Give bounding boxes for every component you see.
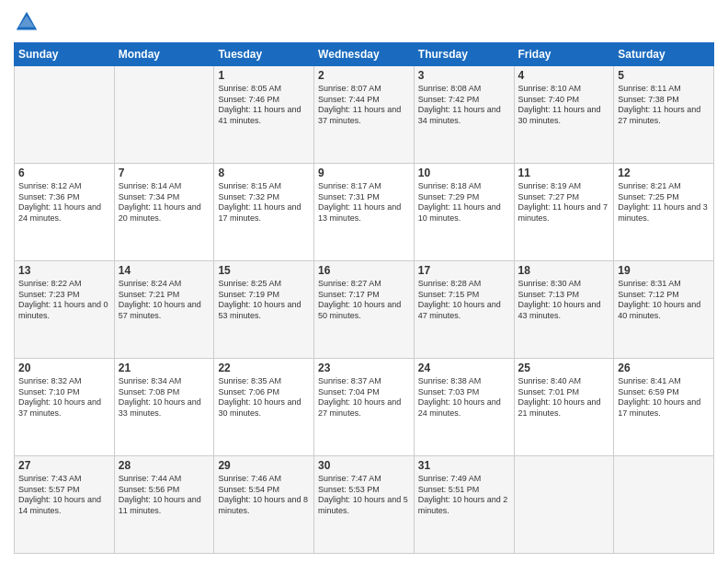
cell-info: Sunrise: 8:08 AM Sunset: 7:42 PM Dayligh… bbox=[418, 84, 510, 127]
calendar-cell: 14Sunrise: 8:24 AM Sunset: 7:21 PM Dayli… bbox=[114, 261, 214, 359]
calendar-cell: 19Sunrise: 8:31 AM Sunset: 7:12 PM Dayli… bbox=[614, 261, 714, 359]
day-number: 6 bbox=[18, 167, 110, 179]
cell-info: Sunrise: 8:37 AM Sunset: 7:04 PM Dayligh… bbox=[318, 376, 410, 419]
day-number: 19 bbox=[618, 264, 710, 277]
cell-info: Sunrise: 8:35 AM Sunset: 7:06 PM Dayligh… bbox=[218, 376, 310, 419]
calendar-cell: 30Sunrise: 7:47 AM Sunset: 5:53 PM Dayli… bbox=[314, 456, 415, 554]
calendar-cell: 31Sunrise: 7:49 AM Sunset: 5:51 PM Dayli… bbox=[414, 456, 514, 554]
cell-info: Sunrise: 8:24 AM Sunset: 7:21 PM Dayligh… bbox=[119, 279, 210, 322]
cell-info: Sunrise: 8:05 AM Sunset: 7:46 PM Dayligh… bbox=[218, 84, 310, 127]
day-number: 2 bbox=[318, 69, 410, 82]
logo bbox=[14, 9, 43, 35]
calendar-cell: 18Sunrise: 8:30 AM Sunset: 7:13 PM Dayli… bbox=[514, 261, 614, 359]
calendar-cell bbox=[15, 66, 115, 164]
day-number: 18 bbox=[518, 264, 610, 277]
cell-info: Sunrise: 7:47 AM Sunset: 5:53 PM Dayligh… bbox=[318, 474, 410, 517]
day-number: 16 bbox=[318, 264, 410, 277]
calendar-cell bbox=[514, 456, 614, 554]
cell-info: Sunrise: 8:18 AM Sunset: 7:29 PM Dayligh… bbox=[418, 181, 510, 224]
weekday-header-monday: Monday bbox=[114, 43, 214, 66]
calendar-cell: 2Sunrise: 8:07 AM Sunset: 7:44 PM Daylig… bbox=[314, 66, 415, 164]
logo-icon bbox=[14, 9, 40, 35]
day-number: 4 bbox=[518, 69, 610, 82]
cell-info: Sunrise: 8:25 AM Sunset: 7:19 PM Dayligh… bbox=[218, 279, 310, 322]
calendar-cell: 24Sunrise: 8:38 AM Sunset: 7:03 PM Dayli… bbox=[414, 359, 514, 456]
calendar-cell: 22Sunrise: 8:35 AM Sunset: 7:06 PM Dayli… bbox=[214, 359, 314, 456]
day-number: 26 bbox=[618, 362, 710, 374]
calendar-cell: 17Sunrise: 8:28 AM Sunset: 7:15 PM Dayli… bbox=[414, 261, 514, 359]
day-number: 10 bbox=[418, 167, 510, 179]
calendar-cell: 7Sunrise: 8:14 AM Sunset: 7:34 PM Daylig… bbox=[114, 164, 214, 261]
day-number: 3 bbox=[418, 69, 510, 82]
cell-info: Sunrise: 8:14 AM Sunset: 7:34 PM Dayligh… bbox=[119, 181, 210, 224]
header bbox=[14, 9, 714, 35]
calendar-cell: 1Sunrise: 8:05 AM Sunset: 7:46 PM Daylig… bbox=[214, 66, 314, 164]
week-row-2: 13Sunrise: 8:22 AM Sunset: 7:23 PM Dayli… bbox=[15, 261, 714, 359]
cell-info: Sunrise: 8:27 AM Sunset: 7:17 PM Dayligh… bbox=[318, 279, 410, 322]
calendar-cell: 23Sunrise: 8:37 AM Sunset: 7:04 PM Dayli… bbox=[314, 359, 415, 456]
day-number: 25 bbox=[518, 362, 610, 374]
calendar-cell bbox=[114, 66, 214, 164]
day-number: 22 bbox=[218, 362, 310, 374]
day-number: 28 bbox=[119, 459, 210, 472]
calendar-cell: 12Sunrise: 8:21 AM Sunset: 7:25 PM Dayli… bbox=[614, 164, 714, 261]
day-number: 8 bbox=[218, 167, 310, 179]
week-row-0: 1Sunrise: 8:05 AM Sunset: 7:46 PM Daylig… bbox=[15, 66, 714, 164]
day-number: 9 bbox=[318, 167, 410, 179]
weekday-header-friday: Friday bbox=[514, 43, 614, 66]
day-number: 5 bbox=[618, 69, 710, 82]
cell-info: Sunrise: 8:34 AM Sunset: 7:08 PM Dayligh… bbox=[119, 376, 210, 419]
calendar-cell: 28Sunrise: 7:44 AM Sunset: 5:56 PM Dayli… bbox=[114, 456, 214, 554]
day-number: 30 bbox=[318, 459, 410, 472]
day-number: 20 bbox=[18, 362, 110, 374]
cell-info: Sunrise: 8:28 AM Sunset: 7:15 PM Dayligh… bbox=[418, 279, 510, 322]
cell-info: Sunrise: 8:31 AM Sunset: 7:12 PM Dayligh… bbox=[618, 279, 710, 322]
cell-info: Sunrise: 8:15 AM Sunset: 7:32 PM Dayligh… bbox=[218, 181, 310, 224]
day-number: 31 bbox=[418, 459, 510, 472]
calendar-cell: 15Sunrise: 8:25 AM Sunset: 7:19 PM Dayli… bbox=[214, 261, 314, 359]
day-number: 7 bbox=[119, 167, 210, 179]
day-number: 13 bbox=[18, 264, 110, 277]
day-number: 29 bbox=[218, 459, 310, 472]
week-row-3: 20Sunrise: 8:32 AM Sunset: 7:10 PM Dayli… bbox=[15, 359, 714, 456]
day-number: 24 bbox=[418, 362, 510, 374]
cell-info: Sunrise: 8:17 AM Sunset: 7:31 PM Dayligh… bbox=[318, 181, 410, 224]
cell-info: Sunrise: 8:12 AM Sunset: 7:36 PM Dayligh… bbox=[18, 181, 110, 224]
calendar-cell: 20Sunrise: 8:32 AM Sunset: 7:10 PM Dayli… bbox=[15, 359, 115, 456]
weekday-header-saturday: Saturday bbox=[614, 43, 714, 66]
calendar-cell: 25Sunrise: 8:40 AM Sunset: 7:01 PM Dayli… bbox=[514, 359, 614, 456]
calendar-cell: 9Sunrise: 8:17 AM Sunset: 7:31 PM Daylig… bbox=[314, 164, 415, 261]
weekday-header-thursday: Thursday bbox=[414, 43, 514, 66]
week-row-1: 6Sunrise: 8:12 AM Sunset: 7:36 PM Daylig… bbox=[15, 164, 714, 261]
cell-info: Sunrise: 8:19 AM Sunset: 7:27 PM Dayligh… bbox=[518, 181, 610, 224]
calendar-cell: 13Sunrise: 8:22 AM Sunset: 7:23 PM Dayli… bbox=[15, 261, 115, 359]
day-number: 15 bbox=[218, 264, 310, 277]
day-number: 27 bbox=[18, 459, 110, 472]
weekday-header-row: SundayMondayTuesdayWednesdayThursdayFrid… bbox=[15, 43, 714, 66]
calendar-header: SundayMondayTuesdayWednesdayThursdayFrid… bbox=[15, 43, 714, 66]
cell-info: Sunrise: 8:11 AM Sunset: 7:38 PM Dayligh… bbox=[618, 84, 710, 127]
calendar-cell: 4Sunrise: 8:10 AM Sunset: 7:40 PM Daylig… bbox=[514, 66, 614, 164]
day-number: 23 bbox=[318, 362, 410, 374]
week-row-4: 27Sunrise: 7:43 AM Sunset: 5:57 PM Dayli… bbox=[15, 456, 714, 554]
cell-info: Sunrise: 8:30 AM Sunset: 7:13 PM Dayligh… bbox=[518, 279, 610, 322]
cell-info: Sunrise: 8:22 AM Sunset: 7:23 PM Dayligh… bbox=[18, 279, 110, 322]
calendar-table: SundayMondayTuesdayWednesdayThursdayFrid… bbox=[14, 42, 714, 554]
weekday-header-sunday: Sunday bbox=[15, 43, 115, 66]
cell-info: Sunrise: 7:43 AM Sunset: 5:57 PM Dayligh… bbox=[18, 474, 110, 517]
cell-info: Sunrise: 8:41 AM Sunset: 6:59 PM Dayligh… bbox=[618, 376, 710, 419]
calendar-cell: 5Sunrise: 8:11 AM Sunset: 7:38 PM Daylig… bbox=[614, 66, 714, 164]
cell-info: Sunrise: 8:21 AM Sunset: 7:25 PM Dayligh… bbox=[618, 181, 710, 224]
calendar-cell: 27Sunrise: 7:43 AM Sunset: 5:57 PM Dayli… bbox=[15, 456, 115, 554]
day-number: 17 bbox=[418, 264, 510, 277]
calendar-cell: 11Sunrise: 8:19 AM Sunset: 7:27 PM Dayli… bbox=[514, 164, 614, 261]
cell-info: Sunrise: 7:46 AM Sunset: 5:54 PM Dayligh… bbox=[218, 474, 310, 517]
calendar-cell: 8Sunrise: 8:15 AM Sunset: 7:32 PM Daylig… bbox=[214, 164, 314, 261]
day-number: 14 bbox=[119, 264, 210, 277]
cell-info: Sunrise: 8:38 AM Sunset: 7:03 PM Dayligh… bbox=[418, 376, 510, 419]
weekday-header-wednesday: Wednesday bbox=[314, 43, 415, 66]
calendar-cell: 10Sunrise: 8:18 AM Sunset: 7:29 PM Dayli… bbox=[414, 164, 514, 261]
day-number: 12 bbox=[618, 167, 710, 179]
cell-info: Sunrise: 8:07 AM Sunset: 7:44 PM Dayligh… bbox=[318, 84, 410, 127]
calendar-cell: 6Sunrise: 8:12 AM Sunset: 7:36 PM Daylig… bbox=[15, 164, 115, 261]
